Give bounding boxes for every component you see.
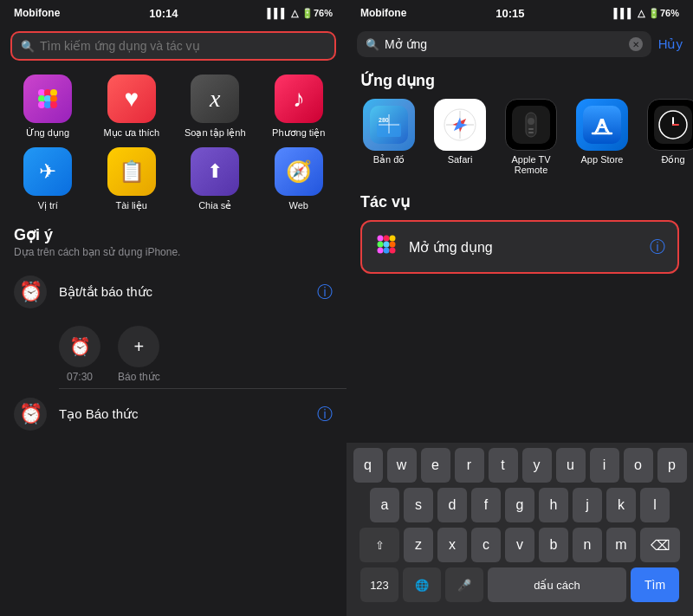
key-b[interactable]: b	[539, 528, 568, 562]
svg-point-34	[384, 242, 390, 248]
shortcut-shortcuts[interactable]: x Soạn tập lệnh	[178, 75, 253, 139]
shortcut-share[interactable]: ⬆ Chia sẻ	[178, 147, 253, 211]
alarm-sub-row: ⏰ 07:30 + Báo thức	[0, 317, 346, 388]
key-r[interactable]: r	[455, 448, 484, 483]
left-panel: Mobifone 10:14 ▌▌▌ △ 🔋76% 🔍 Ứng dụng ♥ M…	[0, 0, 346, 616]
signal-icon: ▌▌▌	[268, 8, 288, 18]
left-search-input[interactable]	[40, 39, 326, 53]
search-icon: 🔍	[21, 40, 35, 53]
key-h[interactable]: h	[539, 488, 568, 522]
svg-point-33	[378, 242, 384, 248]
svg-point-20	[528, 118, 534, 125]
key-v[interactable]: v	[505, 528, 534, 562]
keyboard-row-4: 123 🌐 🎤 dấu cách Tìm	[350, 567, 690, 602]
key-q[interactable]: q	[353, 448, 383, 483]
keyboard-row-2: a s d f g h j k l	[350, 488, 690, 522]
task-info-icon[interactable]: ⓘ	[650, 237, 665, 257]
key-g[interactable]: g	[505, 488, 534, 522]
svg-point-4	[44, 95, 51, 102]
favs-label: Mục ưa thích	[103, 127, 159, 139]
share-icon: ⬆	[191, 147, 239, 196]
key-d[interactable]: d	[437, 488, 467, 522]
task-icon	[374, 232, 398, 262]
apps-label: Ứng dụng	[26, 127, 69, 139]
key-o[interactable]: o	[624, 448, 653, 483]
right-signal-icon: ▌▌▌	[614, 8, 634, 18]
shortcut-web[interactable]: 🧭 Web	[262, 147, 337, 211]
left-carrier: Mobifone	[14, 7, 60, 19]
right-status-bar: Mobifone 10:15 ▌▌▌ △ 🔋76%	[346, 0, 693, 24]
right-wifi-icon: △	[638, 8, 644, 19]
key-a[interactable]: a	[370, 488, 399, 522]
suggestions-subtitle: Dựa trên cách bạn sử dụng iPhone.	[0, 246, 346, 267]
key-w[interactable]: w	[387, 448, 417, 483]
alarm-time-item[interactable]: ⏰ 07:30	[59, 326, 100, 383]
key-x[interactable]: x	[437, 528, 467, 562]
location-icon: ✈	[23, 147, 72, 196]
right-search-bar[interactable]: 🔍 Mở ứng ✕	[357, 31, 651, 57]
svg-point-31	[384, 236, 390, 242]
key-s[interactable]: s	[404, 488, 433, 522]
app-safari[interactable]: Safari	[431, 99, 489, 175]
shortcuts-icon: x	[191, 75, 239, 123]
shortcut-location[interactable]: ✈ Vị trí	[10, 147, 86, 211]
key-globe[interactable]: 🌐	[403, 567, 441, 602]
key-k[interactable]: k	[606, 488, 636, 522]
key-m[interactable]: m	[606, 528, 636, 562]
key-u[interactable]: u	[556, 448, 586, 483]
svg-text:280: 280	[379, 117, 389, 123]
shortcut-favs[interactable]: ♥ Mục ưa thích	[94, 75, 170, 139]
app-clock[interactable]: Đồng	[644, 99, 693, 175]
safari-label: Safari	[448, 154, 473, 165]
right-time: 10:15	[495, 7, 524, 20]
key-z[interactable]: z	[404, 528, 433, 562]
left-search-bar[interactable]: 🔍	[10, 31, 336, 61]
wifi-icon: △	[291, 8, 298, 19]
create-alarm-info-icon[interactable]: ⓘ	[317, 404, 333, 425]
favs-icon: ♥	[107, 75, 156, 123]
tac-vu-title: Tác vụ	[346, 187, 693, 217]
alarm-add-item[interactable]: + Báo thức	[118, 326, 160, 383]
key-p[interactable]: p	[657, 448, 687, 483]
key-space[interactable]: dấu cách	[488, 567, 626, 602]
app-maps[interactable]: 280 Bản đồ	[360, 99, 418, 175]
app-appstore[interactable]: A App Store	[573, 99, 631, 175]
app-appletv[interactable]: Apple TV Remote	[502, 99, 560, 175]
media-label: Phương tiện	[272, 127, 325, 139]
right-carrier: Mobifone	[360, 7, 406, 19]
shortcuts-label: Soạn tập lệnh	[185, 127, 246, 139]
shortcut-grid: Ứng dụng ♥ Mục ưa thích x Soạn tập lệnh …	[0, 69, 346, 217]
key-l[interactable]: l	[640, 488, 670, 522]
task-open-app[interactable]: Mở ứng dụng ⓘ	[360, 220, 679, 274]
clear-search-button[interactable]: ✕	[629, 37, 643, 51]
shortcut-docs[interactable]: 📋 Tài liệu	[94, 147, 170, 211]
key-numbers[interactable]: 123	[360, 567, 398, 602]
svg-point-3	[38, 95, 45, 102]
cancel-button[interactable]: Hủy	[658, 36, 683, 52]
key-i[interactable]: i	[590, 448, 619, 483]
alarm-time-label: 07:30	[67, 371, 93, 383]
web-icon: 🧭	[275, 147, 323, 196]
location-label: Vị trí	[38, 200, 58, 211]
suggestion-alarm-toggle[interactable]: ⏰ Bật/tắt báo thức ⓘ	[0, 267, 346, 317]
key-n[interactable]: n	[573, 528, 602, 562]
right-panel: Mobifone 10:15 ▌▌▌ △ 🔋76% 🔍 Mở ứng ✕ Hủy…	[346, 0, 693, 616]
key-j[interactable]: j	[573, 488, 602, 522]
key-search[interactable]: Tìm	[631, 567, 679, 602]
key-shift[interactable]: ⇧	[359, 528, 399, 562]
key-e[interactable]: e	[421, 448, 450, 483]
maps-app-icon: 280	[363, 99, 415, 151]
key-delete[interactable]: ⌫	[640, 528, 680, 562]
svg-point-2	[50, 89, 57, 96]
alarm-toggle-info-icon[interactable]: ⓘ	[317, 282, 333, 302]
key-f[interactable]: f	[471, 488, 501, 522]
key-c[interactable]: c	[471, 528, 501, 562]
shortcut-apps[interactable]: Ứng dụng	[10, 75, 86, 139]
shortcut-media[interactable]: ♪ Phương tiện	[262, 75, 337, 139]
key-t[interactable]: t	[489, 448, 518, 483]
right-battery-icon: 🔋76%	[648, 8, 679, 19]
alarm-add-label: Báo thức	[118, 371, 160, 383]
key-mic[interactable]: 🎤	[445, 567, 483, 602]
key-y[interactable]: y	[522, 448, 552, 483]
suggestion-create-alarm[interactable]: ⏰ Tạo Báo thức ⓘ	[0, 389, 346, 439]
